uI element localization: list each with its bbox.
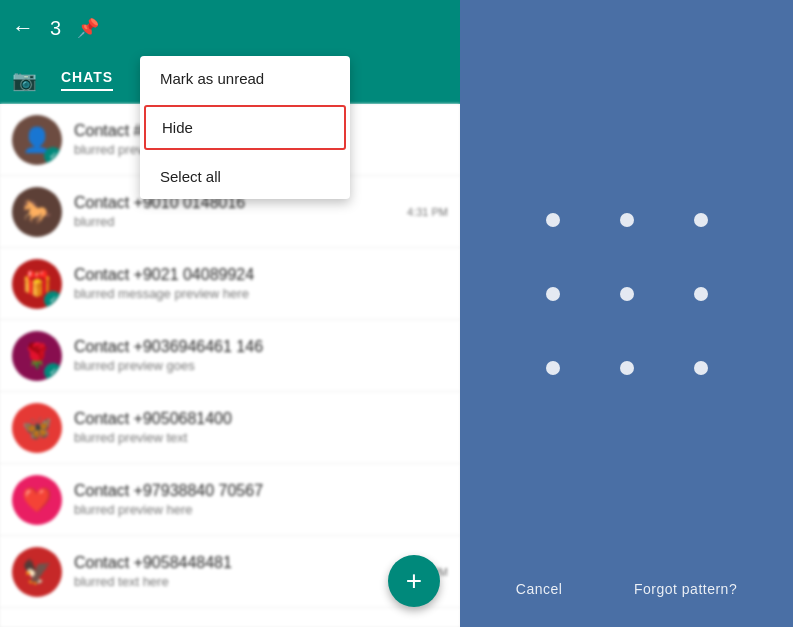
header: ← 3 📌 [0,0,460,56]
selected-count: 3 [50,17,61,40]
cancel-button[interactable]: Cancel [516,581,563,597]
chat-preview: blurred preview here [74,502,448,517]
pattern-dot[interactable] [620,287,634,301]
menu-select-all[interactable]: Select all [140,154,350,199]
chat-name: Contact +97938840 70567 [74,482,448,500]
chat-item[interactable]: 🦋Contact +9050681400blurred preview text [0,392,460,464]
chat-time: 4:31 PM [407,206,448,218]
new-chat-button[interactable]: + [388,555,440,607]
chat-item[interactable]: ❤️Contact +97938840 70567blurred preview… [0,464,460,536]
forgot-pattern-button[interactable]: Forgot pattern? [634,581,737,597]
context-menu: Mark as unread Hide Select all [140,56,350,199]
menu-hide[interactable]: Hide [144,105,346,150]
chat-preview: blurred [74,214,407,229]
pattern-dot[interactable] [694,213,708,227]
pattern-dot[interactable] [694,361,708,375]
pin-icon[interactable]: 📌 [77,17,99,39]
back-button[interactable]: ← [12,15,34,41]
pattern-dot[interactable] [546,287,560,301]
pattern-lock-panel: Cancel Forgot pattern? [460,0,793,627]
chat-preview: blurred text here [74,574,407,589]
left-panel: ← 3 📌 📷 CHATS Mark as unread Hide Select… [0,0,460,627]
chat-name: Contact +9058448481 [74,554,407,572]
chat-preview: blurred preview text [74,430,448,445]
chat-preview: blurred preview goes [74,358,448,373]
pattern-dot[interactable] [620,361,634,375]
pattern-grid [546,213,708,375]
pattern-dot[interactable] [546,361,560,375]
chat-name: Contact +9021 04089924 [74,266,448,284]
chat-item[interactable]: 🎁✓Contact +9021 04089924blurred message … [0,248,460,320]
camera-tab-icon[interactable]: 📷 [12,68,37,92]
chat-name: Contact +9036946461 146 [74,338,448,356]
chat-name: Contact +9050681400 [74,410,448,428]
pattern-dot[interactable] [620,213,634,227]
pattern-buttons: Cancel Forgot pattern? [460,581,793,597]
menu-mark-unread[interactable]: Mark as unread [140,56,350,101]
chat-item[interactable]: 🌹✓Contact +9036946461 146blurred preview… [0,320,460,392]
pattern-dot[interactable] [694,287,708,301]
pattern-dot[interactable] [546,213,560,227]
tab-chats[interactable]: CHATS [61,69,113,91]
chat-preview: blurred message preview here [74,286,448,301]
